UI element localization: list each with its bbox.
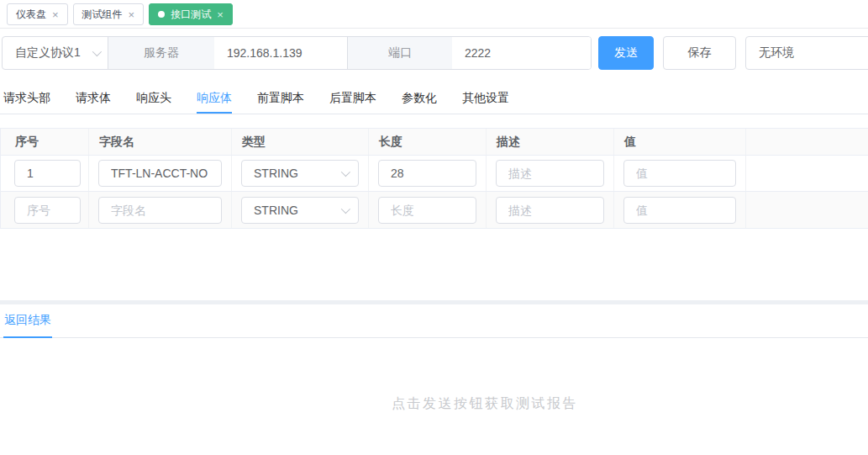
- length-input[interactable]: [378, 160, 476, 187]
- send-button[interactable]: 发送: [598, 36, 654, 70]
- result-empty-message: 点击发送按钮获取测试报告: [0, 395, 868, 413]
- type-select-value: STRING: [254, 204, 298, 217]
- window-tab-test-components[interactable]: 测试组件 ×: [73, 3, 145, 25]
- tab-request-headers[interactable]: 请求头部: [3, 84, 50, 114]
- interface-test-page: 仪表盘 × 测试组件 × 接口测试 × 自定义协议1 服务器 端口 发送 保存 …: [0, 0, 868, 455]
- window-tab-label: 接口测试: [171, 8, 211, 22]
- chevron-down-icon: [341, 167, 350, 177]
- table-header-row: 序号 字段名 类型 长度 描述 值: [1, 128, 868, 156]
- description-input[interactable]: [496, 160, 604, 187]
- header-seq: 序号: [1, 129, 89, 155]
- environment-select-value: 无环境: [759, 45, 794, 61]
- active-dot-icon: [158, 11, 165, 18]
- close-icon[interactable]: ×: [52, 9, 59, 20]
- field-name-input[interactable]: [98, 197, 222, 224]
- window-tab-bar: 仪表盘 × 测试组件 × 接口测试 ×: [0, 0, 868, 29]
- chevron-down-icon: [92, 47, 102, 56]
- window-tab-label: 仪表盘: [16, 8, 46, 22]
- tab-post-script[interactable]: 后置脚本: [329, 84, 376, 114]
- header-value: 值: [614, 129, 746, 155]
- server-input[interactable]: [214, 37, 347, 69]
- result-tab-bar: 返回结果: [0, 304, 868, 338]
- window-tab-label: 测试组件: [82, 8, 123, 22]
- protocol-select[interactable]: 自定义协议1: [3, 37, 108, 69]
- header-type: 类型: [232, 129, 369, 155]
- type-select[interactable]: STRING: [241, 197, 359, 224]
- field-name-input[interactable]: [98, 160, 222, 187]
- close-icon[interactable]: ×: [129, 9, 135, 20]
- protocol-select-value: 自定义协议1: [15, 45, 81, 61]
- save-button[interactable]: 保存: [663, 36, 736, 70]
- type-select[interactable]: STRING: [241, 160, 359, 187]
- description-input[interactable]: [496, 197, 604, 224]
- chevron-down-icon: [341, 204, 350, 213]
- response-body-table: 序号 字段名 类型 长度 描述 值 STRING: [0, 128, 868, 229]
- tab-response-headers[interactable]: 响应头: [136, 84, 171, 114]
- header-actions: [746, 129, 868, 155]
- tab-return-result[interactable]: 返回结果: [3, 304, 52, 338]
- table-row-new: STRING: [1, 192, 868, 229]
- value-input[interactable]: [623, 160, 736, 187]
- tab-parameterization[interactable]: 参数化: [402, 84, 437, 114]
- request-section-tabs: 请求头部 请求体 响应头 响应体 前置脚本 后置脚本 参数化 其他设置: [0, 84, 868, 114]
- close-icon[interactable]: ×: [217, 9, 224, 20]
- request-input-group: 自定义协议1 服务器 端口: [2, 36, 592, 70]
- header-length: 长度: [369, 129, 487, 155]
- window-tab-dashboard[interactable]: 仪表盘 ×: [7, 3, 68, 25]
- tab-request-body[interactable]: 请求体: [76, 84, 111, 114]
- server-label: 服务器: [108, 37, 214, 69]
- seq-input[interactable]: [14, 197, 81, 224]
- header-field-name: 字段名: [89, 129, 232, 155]
- window-tab-interface-test[interactable]: 接口测试 ×: [149, 3, 233, 25]
- port-input[interactable]: [452, 37, 591, 69]
- tab-pre-script[interactable]: 前置脚本: [257, 84, 304, 114]
- tab-other-settings[interactable]: 其他设置: [462, 84, 509, 114]
- request-toolbar: 自定义协议1 服务器 端口 发送 保存 无环境: [2, 36, 868, 70]
- value-input[interactable]: [623, 197, 736, 224]
- table-row: STRING: [1, 156, 868, 192]
- environment-select[interactable]: 无环境: [745, 36, 868, 70]
- seq-input[interactable]: [14, 160, 81, 187]
- tab-response-body[interactable]: 响应体: [197, 84, 232, 114]
- type-select-value: STRING: [254, 167, 298, 180]
- length-input[interactable]: [378, 197, 476, 224]
- port-label: 端口: [347, 37, 452, 69]
- row-actions-cell: [746, 192, 868, 228]
- header-description: 描述: [487, 129, 614, 155]
- row-actions-cell: [746, 156, 868, 191]
